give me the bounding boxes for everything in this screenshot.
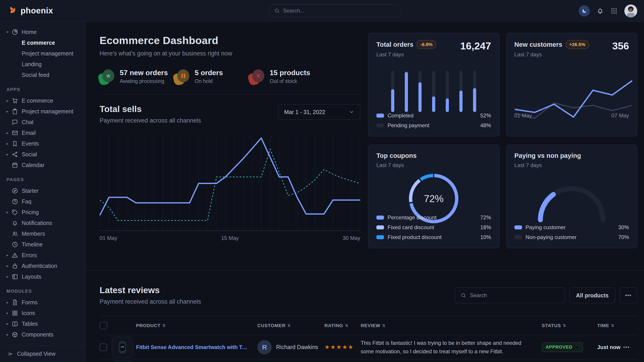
sidebar-item-email[interactable]: ▸Email <box>0 127 86 138</box>
card-title: New customers <box>514 41 562 48</box>
product-thumbnail[interactable] <box>112 361 133 362</box>
sidebar-item-label: Calendar <box>22 162 44 168</box>
brand-name: phoenix <box>20 6 53 15</box>
sidebar-item-calendar[interactable]: Calendar <box>0 160 86 170</box>
customer-name: Richard Dawkins <box>276 344 318 350</box>
sidebar-item-forms[interactable]: ▸Forms <box>0 297 86 308</box>
select-all-checkbox[interactable] <box>100 322 107 329</box>
users-icon <box>12 230 18 237</box>
caret-right-icon: ▸ <box>6 264 12 268</box>
review-text: This Fitbit is fantastic! I was trying t… <box>361 339 542 355</box>
legend-value: 70% <box>618 234 629 240</box>
legend-swatch <box>376 235 384 239</box>
row-menu-button[interactable]: ••• <box>623 344 634 350</box>
more-options-button[interactable]: ••• <box>620 288 637 303</box>
compass-icon <box>12 187 18 194</box>
new-customers-x-axis: 01 May 07 May <box>514 109 629 119</box>
card-subtitle: Last 7 days <box>376 51 436 58</box>
sidebar-item-icons[interactable]: ▸Icons <box>0 308 86 318</box>
share-icon <box>12 151 18 158</box>
legend-label: Paying customer <box>526 224 566 231</box>
sidebar-item-components[interactable]: ▸Components <box>0 329 86 340</box>
notifications-bell-icon[interactable] <box>596 7 604 14</box>
row-checkbox[interactable] <box>100 344 107 351</box>
sidebar-item-project-management[interactable]: ▸Project management <box>0 106 86 117</box>
table-row: iPhone 13 pro max-Pacific Blue-128GB sto… <box>100 359 637 362</box>
sidebar-item-pricing[interactable]: ▸Pricing <box>0 207 86 218</box>
coupons-legend: Percentage discount 72% Fixed card disco… <box>376 213 491 242</box>
reviews-search-input[interactable]: Search <box>455 288 565 303</box>
column-header-review[interactable]: REVIEW⇅ <box>361 323 542 328</box>
bar-track <box>418 71 422 112</box>
star-filled-icon: ★ <box>324 344 330 350</box>
sidebar-item-members[interactable]: Members <box>0 228 86 239</box>
user-avatar[interactable] <box>624 4 637 17</box>
sidebar-item-tables[interactable]: ▸Tables <box>0 318 86 329</box>
sidebar-item-chat[interactable]: Chat <box>0 117 86 127</box>
stat-value: 5 orders <box>195 69 223 77</box>
sidebar-item-events[interactable]: ▸Events <box>0 138 86 149</box>
sidebar-item-project-management[interactable]: Project management <box>0 48 86 59</box>
sidebar-item-faq[interactable]: Faq <box>0 196 86 207</box>
sidebar-item-landing[interactable]: Landing <box>0 59 86 69</box>
caret-right-icon: ▸ <box>6 141 12 146</box>
sidebar-item-label: Events <box>22 140 39 147</box>
bar-track <box>446 71 449 112</box>
caret-right-icon: ▸ <box>6 253 12 258</box>
card-subtitle: Last 7 days <box>514 51 589 58</box>
sidebar-item-home[interactable]: ▾Home <box>0 27 86 37</box>
axis-label-end: 07 May <box>611 112 629 119</box>
date-range-select[interactable]: Mar 1 - 31, 2022 <box>278 104 360 120</box>
collapse-sidebar-button[interactable]: Collapsed View <box>0 346 86 362</box>
theme-toggle-button[interactable] <box>579 5 590 16</box>
caret-right-icon: ▸ <box>6 300 12 305</box>
sidebar-item-layouts[interactable]: ▸Layouts <box>0 271 86 282</box>
brand[interactable]: phoenix <box>8 6 53 16</box>
column-header-product[interactable]: PRODUCT⇅ <box>136 323 257 328</box>
new-customers-card: New customers +26.5% Last 7 days 356 01 … <box>506 33 638 136</box>
all-products-button[interactable]: All products <box>570 288 615 303</box>
bar-track <box>405 71 408 112</box>
apps-grid-icon[interactable] <box>610 7 618 14</box>
sidebar-item-starter[interactable]: Starter <box>0 185 86 196</box>
sort-icon: ⇅ <box>162 323 166 328</box>
clock-icon <box>12 241 18 248</box>
total-sells-chart <box>100 132 360 231</box>
sidebar-item-social[interactable]: ▸Social <box>0 149 86 160</box>
reviews-subtitle: Payment received across all channels <box>100 298 201 305</box>
total-sells-title: Total sells <box>100 104 201 114</box>
new-customers-value: 356 <box>612 40 629 52</box>
product-thumbnail[interactable] <box>112 337 133 358</box>
clipboard-icon <box>12 108 18 115</box>
file-icon <box>12 299 18 306</box>
axis-label-start: 01 May <box>514 112 532 119</box>
orders-bar-chart <box>368 71 499 112</box>
sidebar-item-label: Icons <box>22 310 35 316</box>
column-header-status[interactable]: STATUS⇅ <box>542 323 597 328</box>
caret-right-icon: ▸ <box>6 152 12 157</box>
global-search-input[interactable]: Search... <box>268 4 402 17</box>
sidebar-item-social-feed[interactable]: Social feed <box>0 69 86 80</box>
sidebar-item-timeline[interactable]: Timeline <box>0 239 86 250</box>
star-filled-icon: ★ <box>342 344 348 350</box>
tag-icon <box>12 209 18 216</box>
sidebar-item-authentication[interactable]: ▸Authentication <box>0 261 86 271</box>
legend-label: Fixed product discount <box>388 234 442 240</box>
sidebar-item-e-commerce[interactable]: ▸E commerce <box>0 95 86 106</box>
sidebar-item-notifications[interactable]: Notifications <box>0 218 86 228</box>
product-link[interactable]: Fitbit Sense Advanced Smartwatch with To… <box>136 344 257 350</box>
legend-value: 10% <box>480 234 491 240</box>
column-header-customer[interactable]: CUSTOMER⇅ <box>257 323 324 328</box>
column-header-time[interactable]: TIME⇅ <box>597 323 623 328</box>
column-header-rating[interactable]: RATING⇅ <box>324 323 361 328</box>
sort-icon: ⇅ <box>563 323 566 328</box>
new-customers-chart <box>514 67 632 134</box>
chevron-down-icon <box>349 109 354 115</box>
sidebar-item-errors[interactable]: ▸Errors <box>0 250 86 261</box>
caret-right-icon: ▸ <box>6 322 12 326</box>
bar-fill <box>446 98 449 112</box>
total-sells-subtitle: Payment received across all channels <box>100 117 201 124</box>
paying-gauge-chart <box>506 182 637 223</box>
sidebar-item-e-commerce[interactable]: E commerce <box>0 37 86 48</box>
caret-right-icon: ▸ <box>6 109 12 114</box>
